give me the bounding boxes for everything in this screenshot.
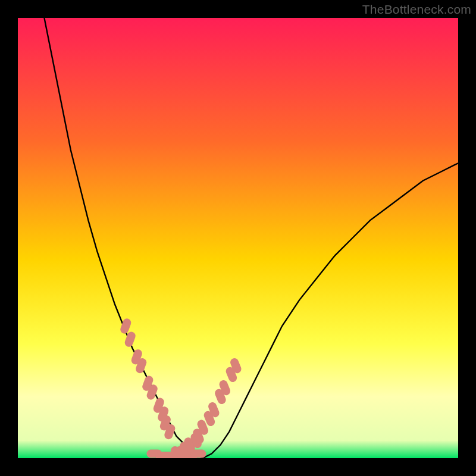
gradient-background [18, 18, 458, 458]
bottleneck-chart [18, 18, 458, 458]
watermark-text: TheBottleneck.com [362, 2, 471, 17]
chart-frame: TheBottleneck.com [0, 0, 476, 476]
